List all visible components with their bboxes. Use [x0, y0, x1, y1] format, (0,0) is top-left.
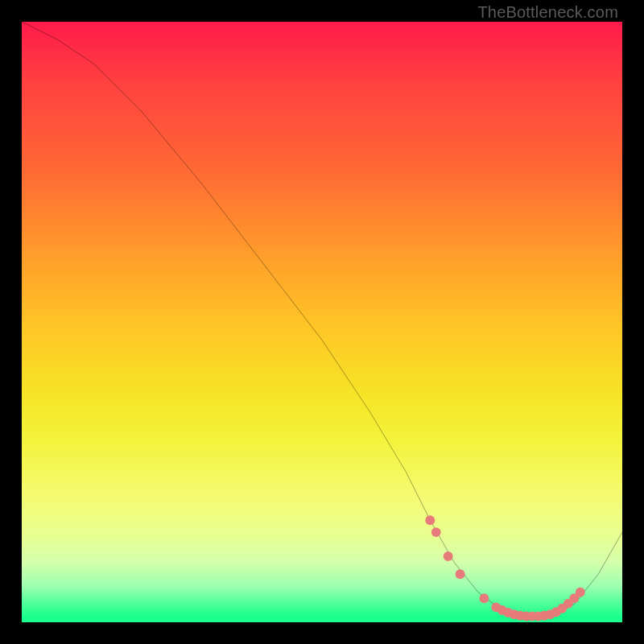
- main-curve: [22, 22, 622, 617]
- marker-dot: [431, 527, 441, 537]
- marker-group: [425, 515, 584, 621]
- attribution-label: TheBottleneck.com: [477, 3, 618, 22]
- marker-dot: [425, 515, 435, 525]
- chart-frame: TheBottleneck.com: [0, 0, 644, 644]
- marker-dot: [456, 569, 465, 579]
- plot-area: [22, 22, 622, 622]
- curve-layer: [22, 22, 622, 622]
- marker-dot: [576, 588, 585, 597]
- marker-dot: [444, 551, 453, 561]
- marker-dot: [479, 593, 489, 603]
